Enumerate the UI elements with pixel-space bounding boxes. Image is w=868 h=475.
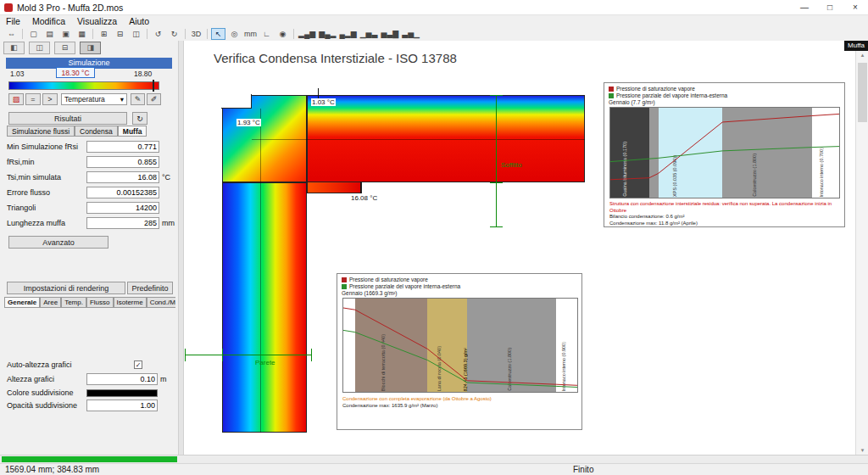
predefinito-button[interactable]: Predefinito xyxy=(127,282,173,294)
drawing-canvas[interactable]: Verifica Condensa Interstiziale - ISO 13… xyxy=(184,41,868,455)
saturation-legend-swatch xyxy=(609,87,614,92)
copy-icon[interactable]: ⊞ xyxy=(97,28,111,40)
measure-tick xyxy=(490,182,503,183)
field-suffix: mm xyxy=(162,219,175,227)
pencil-button[interactable]: ✐ xyxy=(147,93,161,105)
min-simulazione-frsi-field[interactable] xyxy=(86,141,159,153)
errore-flusso-field[interactable] xyxy=(86,187,159,198)
saturation-legend-label: Pressione di saturazione vapore xyxy=(349,277,428,282)
field-label: fRsi,min xyxy=(7,158,35,166)
greater-button[interactable]: > xyxy=(42,93,58,105)
lunghezza-muffa-field[interactable] xyxy=(86,217,159,229)
minimize-button[interactable]: — xyxy=(792,0,817,14)
opacita-suddivisione-field[interactable] xyxy=(86,400,158,411)
menu-file[interactable]: File xyxy=(0,15,26,27)
view-tab-muffa[interactable]: Muffa xyxy=(844,41,868,51)
result-tabs: Simulazione flussi Condensa Muffa xyxy=(7,126,147,137)
scroll-up-icon[interactable]: ▴ xyxy=(856,52,868,59)
vertical-scrollbar[interactable]: ▴ ▾ xyxy=(855,51,868,455)
print-icon[interactable]: ▦ xyxy=(75,28,89,40)
new-icon[interactable]: ▢ xyxy=(26,28,41,40)
legend-row: Pressione parziale del vapore interna-es… xyxy=(342,283,460,289)
tab-aree[interactable]: Aree xyxy=(40,297,61,308)
tab-cond-muffa[interactable]: Cond./Muffa xyxy=(147,297,175,308)
statusbar: 1569.04 mm; 384.83 mm Finito xyxy=(0,463,868,475)
ruler-icon[interactable]: mm xyxy=(243,28,258,40)
colore-suddivisione-swatch[interactable] xyxy=(86,389,158,397)
toolbar-separator xyxy=(147,29,147,39)
layout-quad-button[interactable]: ◨ xyxy=(80,42,101,54)
partial-legend-label: Pressione parziale del vapore interna-es… xyxy=(616,92,727,98)
glaser-plot: Guaina bituminosa (0.170) XPS (0.035 (0.… xyxy=(609,107,840,198)
temperature-scale[interactable] xyxy=(8,81,159,90)
paste-icon[interactable]: ⊟ xyxy=(113,28,127,40)
eye-icon[interactable]: ◉ xyxy=(275,28,290,40)
tab-flusso[interactable]: Flusso xyxy=(86,297,114,308)
chart-temp-icon[interactable]: ▆▄▂ xyxy=(318,28,337,40)
chart-humidity-icon[interactable]: ▁▅▃ xyxy=(359,28,379,40)
tab-generale[interactable]: Generale xyxy=(4,297,40,308)
avanzato-button[interactable]: Avanzato xyxy=(8,236,108,249)
refresh-button[interactable]: ↻ xyxy=(132,112,147,125)
close-button[interactable]: × xyxy=(843,0,868,14)
field-suffix: °C xyxy=(162,173,170,182)
triangoli-field[interactable] xyxy=(86,202,159,214)
saturation-legend-label: Pressione di saturazione vapore xyxy=(616,86,695,92)
altezza-grafici-label: Altezza grafici xyxy=(7,375,54,383)
frsi-min-field[interactable] xyxy=(86,156,159,168)
save-icon[interactable]: ▣ xyxy=(58,28,73,40)
quantity-select-value: Temperatura xyxy=(64,94,105,104)
layout-single-button[interactable]: ◧ xyxy=(3,42,25,54)
chart-flux-icon[interactable]: ▂▄▆ xyxy=(298,28,316,40)
tab-simulazione-flussi[interactable]: Simulazione flussi xyxy=(7,126,75,137)
sidebar: ◧ ◫ ⊟ ◨ Simulazione 1.03 18.80 18.30 °C … xyxy=(0,41,178,455)
corner-icon[interactable]: ∟ xyxy=(259,28,274,40)
render-tabs: Generale Aree Temp. Flusso Isoterme Cond… xyxy=(4,297,175,308)
panel-splitter[interactable] xyxy=(178,41,184,455)
undo-icon[interactable]: ↺ xyxy=(151,28,165,40)
toolbar-separator xyxy=(207,29,208,39)
condensation-balance: Bilancio condensazione: 0.6 g/m² xyxy=(609,214,839,221)
redo-icon[interactable]: ↻ xyxy=(167,28,181,40)
chart-mold-icon[interactable]: ▃▅▁ xyxy=(401,28,420,40)
auto-height-checkbox[interactable]: ✓ xyxy=(134,360,142,369)
scale-marker[interactable] xyxy=(153,80,154,92)
risultati-button[interactable]: Risultati xyxy=(8,112,127,125)
tab-temp[interactable]: Temp. xyxy=(61,297,86,308)
tsi-min-field[interactable] xyxy=(86,171,159,183)
altezza-grafici-field[interactable] xyxy=(86,373,158,385)
menu-modifica[interactable]: Modifica xyxy=(26,15,71,27)
layout-split-button[interactable]: ◫ xyxy=(29,42,50,54)
tab-muffa[interactable]: Muffa xyxy=(118,126,147,137)
chart-lines xyxy=(610,108,839,198)
chart-pressure-icon[interactable]: ▄▂▆ xyxy=(338,28,357,40)
menu-aiuto[interactable]: Aiuto xyxy=(123,15,155,27)
3d-toggle[interactable]: 3D xyxy=(189,28,203,40)
scale-min-label: 1.03 xyxy=(10,70,25,78)
tab-isoterme[interactable]: Isoterme xyxy=(114,297,147,308)
parete-label: Parete xyxy=(255,359,275,366)
open-icon[interactable]: ▤ xyxy=(42,28,57,40)
equal-button[interactable]: = xyxy=(25,93,41,105)
select-icon[interactable]: ↖ xyxy=(211,28,225,40)
chart-condensation-icon[interactable]: ▅▃▇ xyxy=(380,28,399,40)
evaporation-note: Condensazione con completa evaporazione … xyxy=(342,396,576,403)
maximize-button[interactable]: □ xyxy=(817,0,843,14)
tab-condensa[interactable]: Condensa xyxy=(75,126,118,137)
scrollbar-thumb[interactable] xyxy=(858,63,867,122)
thermal-outer-corner-notch xyxy=(221,94,252,109)
impostazioni-rendering-button[interactable]: Impostazioni di rendering xyxy=(7,282,125,294)
zoom-icon[interactable]: ◎ xyxy=(227,28,242,40)
chart-notes: Condensazione con completa evaporazione … xyxy=(342,396,576,409)
reset-scale-button[interactable]: ▨ xyxy=(8,93,24,105)
eyedropper-button[interactable]: ✎ xyxy=(131,93,145,105)
inner-temp-label: 16.08 °C xyxy=(350,194,378,202)
soffitto-label: Soffitto xyxy=(501,161,522,169)
quantity-select[interactable]: Temperatura ▾ xyxy=(61,93,127,105)
layout-horizontal-button[interactable]: ⊟ xyxy=(54,42,75,54)
menu-visualizza[interactable]: Visualizza xyxy=(71,15,123,27)
altezza-grafici-suffix: m xyxy=(160,375,167,383)
scroll-down-icon[interactable]: ▾ xyxy=(856,447,868,454)
pan-icon[interactable]: ⇔ xyxy=(4,28,19,40)
duplicate-icon[interactable]: ◫ xyxy=(129,28,143,40)
